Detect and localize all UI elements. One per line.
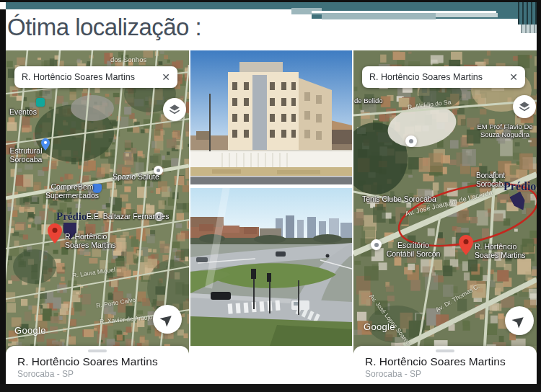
- place-card-title: R. Hortêncio Soares Martins: [17, 355, 158, 368]
- navigation-arrow-icon: [157, 309, 177, 329]
- header-stripe-pattern: [518, 2, 537, 24]
- poi-label: de Belido: [354, 97, 383, 104]
- drag-handle[interactable]: [436, 349, 454, 352]
- place-card-subtitle: Sorocaba - SP: [17, 369, 74, 379]
- poi-label: Estrutural Sorocaba: [6, 146, 46, 164]
- place-card: R. Hortêncio Soares Martins Sorocaba - S…: [353, 346, 537, 382]
- google-maps-screenshot-right: de Belido R. Alcídio do Sa EM Prof Flavi…: [353, 50, 537, 382]
- gray-pin-icon[interactable]: [371, 239, 382, 250]
- school-label: EM Prof Flavio De Souza Nogueira: [476, 122, 534, 138]
- drag-handle[interactable]: [88, 349, 107, 352]
- google-watermark: Google: [364, 321, 395, 332]
- page-title: Ótima localização :: [7, 14, 201, 41]
- destination-label: R. Hortêncio Soares Martins: [65, 232, 130, 250]
- search-bar[interactable]: R. Hortêncio Soares Martins ✕: [362, 66, 525, 88]
- building-photo: [190, 50, 352, 184]
- poi-label: Escritório Contábil Sorcon: [384, 241, 443, 259]
- layers-icon: [168, 103, 181, 116]
- close-icon[interactable]: ✕: [157, 71, 170, 83]
- location-pin-icon[interactable]: [48, 223, 62, 244]
- search-bar[interactable]: R. Hortêncio Soares Martins ✕: [14, 66, 177, 88]
- search-input[interactable]: R. Hortêncio Soares Martins: [22, 72, 157, 82]
- layers-icon: [518, 100, 531, 113]
- header-accent-band-2: [322, 13, 436, 19]
- intersection-photo-graphic: [190, 188, 352, 346]
- presentation-slide: Ótima localização : dos Sonhos Eventos E…: [0, 0, 541, 392]
- destination-label: R. Hortêncio Soares Martins: [475, 242, 537, 260]
- header-accent-band-3: [436, 13, 498, 17]
- layers-button[interactable]: [163, 98, 186, 121]
- poi-label: Spazio Salute: [113, 172, 159, 181]
- frame-left: [0, 9, 6, 392]
- event-pin-icon[interactable]: [36, 98, 45, 107]
- school-label: E.E. Baltazar Fernandes: [87, 212, 169, 220]
- building-photo-graphic: [190, 50, 352, 184]
- place-card: R. Hortêncio Soares Martins Sorocaba - S…: [6, 346, 189, 382]
- gray-pin-icon[interactable]: [405, 135, 417, 147]
- location-pin-icon[interactable]: [459, 235, 473, 255]
- navigation-arrow-icon: [509, 311, 529, 331]
- google-watermark: Google: [14, 325, 46, 336]
- frame-top: [0, 0, 541, 2]
- predio-annotation: Prédio: [503, 180, 536, 193]
- frame-right: [537, 0, 541, 392]
- poi-label: CompreBem Supermercados: [43, 182, 101, 200]
- predio-annotation: Prédio: [56, 210, 87, 223]
- street-label: dos Sonhos: [110, 55, 146, 63]
- frame-bottom: [0, 384, 541, 392]
- search-input[interactable]: R. Hortêncio Soares Martins: [369, 72, 505, 82]
- header-stripe-pattern-2: [521, 24, 537, 33]
- close-icon[interactable]: ✕: [505, 71, 518, 83]
- place-card-title: R. Hortêncio Soares Martins: [365, 355, 506, 368]
- layers-button[interactable]: [513, 95, 536, 118]
- place-card-subtitle: Sorocaba - SP: [365, 369, 421, 379]
- poi-label: Tenis Clube Sorocaba: [362, 195, 436, 203]
- compass-button[interactable]: [153, 305, 182, 334]
- google-maps-screenshot-left: dos Sonhos Eventos Estrutural Sorocaba C…: [6, 50, 189, 382]
- intersection-photo: [190, 188, 352, 346]
- compass-button[interactable]: [505, 306, 534, 335]
- poi-label: Eventos: [9, 107, 37, 116]
